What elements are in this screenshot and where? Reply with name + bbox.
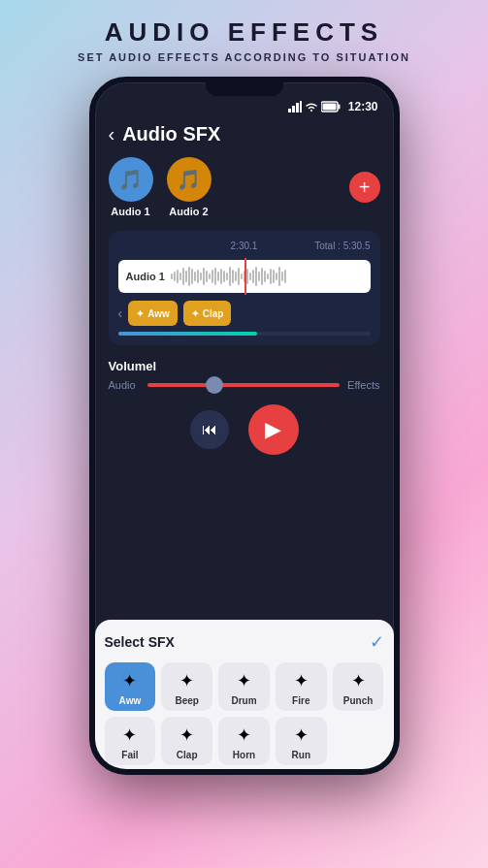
sfx-item-run[interactable]: ✦Run: [276, 717, 327, 765]
timeline-current-time: 2:30.1: [231, 241, 258, 251]
waveform-bar: [270, 269, 272, 284]
sfx-item-beep[interactable]: ✦Beep: [161, 662, 212, 711]
audio-label: Audio: [109, 379, 140, 391]
audio-tab-1-icon: 🎵: [109, 157, 153, 202]
sfx-item-label: Fire: [292, 695, 309, 706]
waveform-bar: [264, 271, 266, 282]
waveform-bar: [276, 273, 277, 280]
sfx-panel-header: Select SFX ✓: [105, 631, 384, 653]
waveform-bar: [267, 273, 269, 279]
prev-button[interactable]: ⏮: [190, 410, 229, 449]
screen-content: ‹ Audio SFX 🎵 Audio 1 🎵 Audio 2 +: [95, 119, 394, 767]
sfx-item-icon: ✦: [351, 670, 366, 691]
sfx-item-label: Run: [292, 750, 310, 760]
sfx-item-fire[interactable]: ✦Fire: [276, 662, 327, 711]
waveform-bar: [223, 271, 225, 282]
sfx-check-icon[interactable]: ✓: [370, 631, 384, 653]
signal-icon: [288, 101, 302, 113]
playback-controls: ⏮ ▶: [109, 404, 380, 455]
waveform-bar: [200, 273, 202, 280]
sfx-item-label: Clap: [177, 750, 198, 760]
waveform-bar: [211, 270, 213, 283]
sfx-item-horn[interactable]: ✦Horn: [218, 717, 270, 765]
add-audio-button[interactable]: +: [349, 172, 380, 203]
sfx-item-fail[interactable]: ✦Fail: [105, 717, 156, 765]
audio-tab-1-label: Audio 1: [111, 206, 149, 217]
sfx-item-icon: ✦: [179, 724, 194, 746]
waveform-bar: [235, 272, 237, 281]
back-button[interactable]: ‹: [109, 123, 115, 145]
svg-rect-3: [300, 101, 302, 113]
sfx-clip-clap[interactable]: ✦ Clap: [183, 301, 232, 326]
sfx-clips-row: ‹ ✦ Aww ✦ Clap: [118, 301, 371, 326]
sfx-item-label: Fail: [121, 750, 138, 760]
waveform-bar: [188, 267, 190, 286]
waveform-bar: [258, 272, 260, 281]
svg-rect-1: [292, 106, 295, 113]
waveform-track: Audio 1: [118, 260, 371, 293]
audio-tab-2-icon: 🎵: [167, 157, 211, 202]
svg-rect-5: [338, 105, 340, 110]
waveform-bar: [273, 270, 275, 283]
sfx-item-label: Punch: [343, 695, 374, 706]
audio-tabs: 🎵 Audio 1 🎵 Audio 2 +: [109, 157, 380, 217]
page-subtitle: SET AUDIO EFFECTS ACCORDING TO SITUATION: [0, 51, 488, 63]
sfx-clip-clap-icon: ✦: [191, 308, 199, 319]
waveform-label: Audio 1: [126, 271, 165, 282]
waveform-bar: [174, 272, 176, 281]
waveform-bar: [241, 273, 243, 279]
waveform-bar: [179, 273, 181, 280]
audio-tab-2-label: Audio 2: [169, 206, 208, 217]
waveform-bar: [249, 273, 251, 280]
waveform-bar: [182, 268, 184, 285]
waveform-bar: [220, 269, 222, 284]
phone-side-button: [396, 218, 400, 267]
audio-tab-1[interactable]: 🎵 Audio 1: [109, 157, 153, 217]
waveform-bar: [255, 267, 257, 286]
top-bar: ‹ Audio SFX: [109, 119, 380, 157]
scroll-left-arrow[interactable]: ‹: [118, 305, 123, 321]
sfx-item-icon: ✦: [294, 670, 309, 691]
volume-slider-track[interactable]: [147, 383, 341, 387]
volume-slider-row: Audio Effects: [109, 379, 380, 391]
waveform-bar: [171, 273, 173, 279]
status-time: 12:30: [348, 100, 378, 113]
wifi-icon: [305, 101, 318, 113]
sfx-clip-aww[interactable]: ✦ Aww: [128, 301, 178, 326]
sfx-panel-title: Select SFX: [105, 634, 175, 650]
sfx-item-label: Horn: [233, 750, 255, 760]
progress-bar-fill: [118, 332, 257, 336]
timeline-container: 2:30.1 Total : 5:30.5 Audio 1 ‹ ✦: [109, 231, 380, 345]
sfx-item-clap[interactable]: ✦Clap: [161, 717, 212, 765]
waveform-bar: [238, 268, 240, 285]
waveform-bar: [214, 268, 216, 285]
sfx-item-drum[interactable]: ✦Drum: [218, 662, 270, 711]
timeline-header: 2:30.1 Total : 5:30.5: [118, 241, 371, 254]
sfx-item-icon: ✦: [122, 670, 137, 691]
phone-notch: [206, 82, 283, 96]
waveform-bar: [229, 267, 231, 286]
sfx-clip-aww-icon: ✦: [136, 308, 144, 319]
volume-slider-thumb[interactable]: [206, 376, 223, 394]
play-button[interactable]: ▶: [248, 404, 299, 455]
waveform-bar: [278, 267, 280, 286]
sfx-item-aww[interactable]: ✦Aww: [105, 662, 156, 711]
progress-bar[interactable]: [118, 332, 371, 336]
audio-tab-2[interactable]: 🎵 Audio 2: [167, 157, 211, 217]
waveform-bar: [177, 270, 179, 283]
volume-label: Volumel: [109, 359, 380, 373]
waveform-bar: [284, 270, 286, 283]
timeline-total-time: Total : 5:30.5: [314, 241, 370, 251]
sfx-item-punch[interactable]: ✦Punch: [333, 662, 384, 711]
waveform-bar: [203, 268, 205, 285]
sfx-item-label: Beep: [175, 695, 198, 706]
svg-rect-2: [296, 103, 299, 113]
effects-label: Effects: [347, 379, 379, 391]
page-title: AUDIO EFFECTS: [0, 0, 488, 51]
sfx-item-icon: ✦: [179, 670, 194, 691]
waveform-bar: [194, 272, 196, 281]
waveform-bar: [281, 272, 283, 281]
status-icons: [288, 101, 341, 113]
waveform-bar: [252, 270, 254, 283]
waveform-bar: [206, 271, 208, 282]
